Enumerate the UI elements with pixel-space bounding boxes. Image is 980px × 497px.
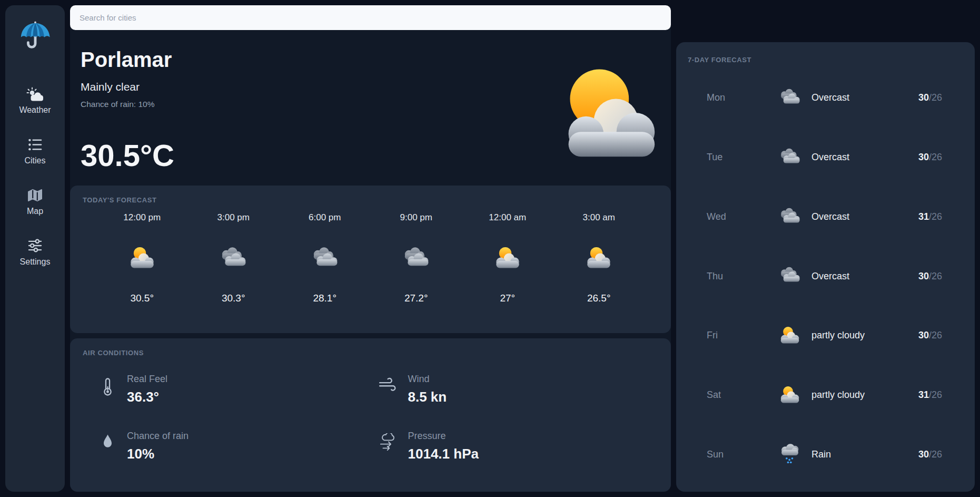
sidebar-item-cities[interactable]: Cities [24,137,45,165]
day-temps: 31/26 [918,389,942,401]
overcast-icon [778,148,805,167]
hour-time: 3:00 am [583,212,615,223]
hour-time: 12:00 pm [123,212,161,223]
sidebar-item-label: Cities [24,156,45,165]
air-conditions-card: AIR CONDITIONS Real Feel 36.3° Wind 8.5 … [70,338,671,492]
day-row: Thu Overcast 30/26 [707,247,942,306]
air-condition-label: Real Feel [127,374,167,385]
hour-cell: 9:00 pm 27.2° [371,212,462,304]
partly-cloudy-icon [778,385,805,405]
day-condition: Overcast [805,211,918,222]
overcast-icon [778,88,805,108]
hour-cell: 3:00 pm 30.3° [188,212,280,304]
hour-temp: 27.2° [404,293,428,304]
day-name: Tue [707,152,778,163]
air-condition-value: 10% [127,446,189,462]
hour-temp: 30.3° [222,293,245,304]
day-low: /26 [929,389,942,400]
day-low: /26 [929,330,942,340]
partly-cloudy-icon [492,243,523,274]
day-high: 30 [918,92,929,103]
day-high: 30 [918,152,929,162]
air-condition-label: Chance of rain [127,431,189,442]
air-condition-item: Chance of rain 10% [96,431,378,462]
day-temps: 30/26 [918,271,942,282]
sidebar-item-label: Weather [19,105,51,115]
air-condition-value: 1014.1 hPa [408,446,479,462]
day-low: /26 [929,92,942,103]
air-condition-value: 36.3° [127,389,167,405]
day-temps: 30/26 [918,330,942,341]
air-condition-item: Real Feel 36.3° [96,374,378,405]
day-high: 31 [918,389,929,400]
hour-cell: 12:00 pm 30.5° [96,212,188,304]
sidebar-item-map[interactable]: Map [27,188,43,216]
current-weather: Porlamar Mainly clear Chance of rain: 10… [70,30,671,186]
day-temps: 30/26 [918,152,942,163]
day-low: /26 [929,449,942,460]
sidebar: Weather Cities Map Settings [5,5,65,492]
day-condition: partly cloudy [805,389,918,401]
sidebar-item-label: Settings [20,257,51,267]
hour-time: 9:00 pm [400,212,432,223]
settings-icon [27,238,43,253]
weather-app: Weather Cities Map Settings Porlamar Mai… [0,0,980,497]
air-condition-value: 8.5 kn [408,389,447,405]
week-forecast-panel: 7-DAY FORECAST Mon Overcast 30/26 Tue Ov… [676,42,975,492]
droplet-icon [96,431,118,451]
day-name: Thu [707,271,778,282]
sidebar-item-weather[interactable]: Weather [19,86,51,115]
overcast-icon [401,243,431,274]
sun-cloud-icon [554,60,662,163]
day-row: Wed Overcast 31/26 [707,187,942,247]
week-forecast-list: Mon Overcast 30/26 Tue Overcast 30/26 We… [676,64,975,484]
partly-cloudy-icon [127,243,157,274]
day-name: Wed [707,211,778,222]
day-condition: partly cloudy [805,330,918,341]
air-condition-label: Pressure [408,431,479,442]
hour-temp: 30.5° [130,293,154,304]
pressure-icon [378,431,400,451]
overcast-icon [778,266,805,286]
day-high: 30 [918,271,929,281]
hour-time: 3:00 pm [217,212,250,223]
sidebar-nav: Weather Cities Map Settings [19,86,51,267]
sidebar-item-settings[interactable]: Settings [20,238,51,267]
umbrella-icon[interactable] [19,21,52,55]
hour-time: 12:00 am [489,212,526,223]
today-forecast-card: TODAY'S FORECAST 12:00 pm 30.5° 3:00 pm … [70,186,671,333]
day-high: 30 [918,330,929,340]
hour-temp: 27° [500,293,515,304]
day-name: Mon [707,92,778,103]
thermometer-icon [96,374,118,397]
day-high: 30 [918,449,929,460]
day-name: Fri [707,330,778,341]
partly-cloudy-icon [583,243,614,274]
day-row: Tue Overcast 30/26 [707,128,942,187]
day-condition: Rain [805,449,918,460]
air-conditions-title: AIR CONDITIONS [83,349,658,357]
overcast-icon [778,207,805,227]
search-input[interactable] [70,5,671,30]
day-row: Fri partly cloudy 30/26 [707,306,942,365]
sidebar-item-label: Map [27,207,43,216]
overcast-icon [218,243,249,274]
day-name: Sat [707,389,778,401]
hourly-forecast-list: 12:00 pm 30.5° 3:00 pm 30.3° 6:00 pm 28.… [83,212,658,304]
week-forecast-title: 7-DAY FORECAST [676,56,975,64]
air-condition-item: Wind 8.5 kn [378,374,659,405]
weather-icon [26,86,44,101]
today-forecast-title: TODAY'S FORECAST [83,196,658,204]
day-low: /26 [929,271,942,281]
day-high: 31 [918,211,929,222]
day-temps: 30/26 [918,92,942,103]
map-icon [27,188,43,202]
day-low: /26 [929,211,942,222]
hour-temp: 26.5° [587,293,611,304]
day-row: Sun Rain 30/26 [707,425,942,484]
hour-cell: 12:00 am 27° [462,212,553,304]
day-row: Sat partly cloudy 31/26 [707,365,942,425]
air-conditions-grid: Real Feel 36.3° Wind 8.5 kn Chance of ra… [83,374,658,462]
cities-icon [27,137,43,152]
partly-cloudy-icon [778,325,805,346]
